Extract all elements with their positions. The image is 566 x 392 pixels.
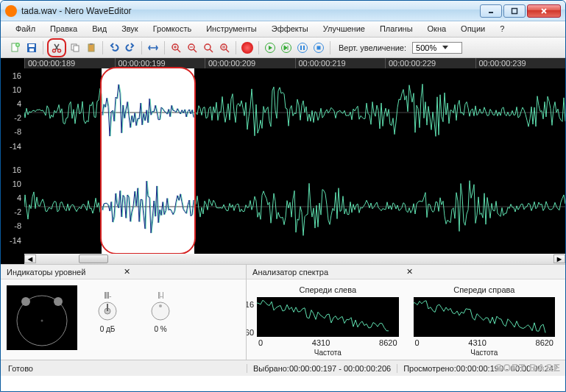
panel-header: Анализатор спектра ✕	[247, 265, 565, 279]
panel-close-button[interactable]: ✕	[122, 267, 241, 277]
paste-button[interactable]	[84, 40, 99, 55]
svg-rect-22	[317, 46, 321, 49]
ruler-tick: 00:00:00:219	[295, 58, 386, 68]
svg-rect-17	[222, 46, 225, 49]
panel-title: Индикаторы уровней	[7, 268, 122, 277]
menu-effects[interactable]: Эффекты	[264, 21, 316, 37]
zoom-selection-button[interactable]	[217, 40, 232, 55]
menu-bar: Файл Правка Вид Звук Громкость Инструмен…	[1, 21, 565, 38]
panel-header: Индикаторы уровней ✕	[1, 265, 246, 279]
menu-enhance[interactable]: Улучшение	[316, 21, 372, 37]
svg-rect-6	[29, 49, 34, 51]
menu-options[interactable]: Опции	[453, 21, 492, 37]
svg-rect-10	[74, 46, 79, 51]
menu-volume[interactable]: Громкость	[146, 21, 199, 37]
new-file-button[interactable]	[8, 40, 23, 55]
undo-button[interactable]	[107, 40, 121, 55]
spectrum-analyzer-panel: Анализатор спектра ✕ Спереди слева -16-6…	[247, 265, 565, 360]
minimize-button[interactable]	[480, 4, 502, 18]
svg-rect-11	[88, 44, 94, 51]
titlebar: tada.wav - Nero WaveEditor	[1, 1, 565, 21]
zoom-in-button[interactable]	[169, 40, 183, 55]
window-title: tada.wav - Nero WaveEditor	[21, 6, 480, 16]
maximize-button[interactable]	[503, 4, 526, 18]
svg-rect-12	[90, 43, 93, 45]
ruler-tick: 00:00:00:189	[24, 58, 115, 68]
save-button[interactable]	[24, 40, 39, 55]
menu-windows[interactable]: Окна	[420, 21, 454, 37]
svg-rect-1	[512, 8, 517, 13]
menu-view[interactable]: Вид	[85, 21, 114, 37]
waveform-left	[24, 68, 565, 157]
svg-point-28	[41, 320, 43, 322]
record-button[interactable]	[240, 40, 255, 55]
svg-point-8	[58, 49, 61, 52]
copy-button[interactable]	[68, 40, 82, 55]
status-viewed: Просмотрено:00:00:00:190 - 00:00:00:242	[397, 364, 558, 373]
waveform-right	[24, 163, 565, 251]
svg-rect-5	[29, 44, 35, 47]
vert-zoom-label: Верт. увеличение:	[339, 43, 406, 52]
horizontal-scrollbar[interactable]: ◄ ►	[24, 254, 565, 264]
vert-zoom-value: 500%	[416, 43, 436, 52]
app-icon	[5, 5, 17, 17]
ruler-tick: 00:00:00:229	[385, 58, 475, 68]
svg-point-33	[159, 304, 162, 307]
zoom-fit-button[interactable]	[201, 40, 216, 55]
cut-button-highlighted	[47, 38, 66, 57]
menu-file[interactable]: Файл	[8, 21, 43, 37]
svg-point-26	[21, 297, 30, 306]
menu-plugins[interactable]: Плагины	[372, 21, 420, 37]
menu-sound[interactable]: Звук	[114, 21, 146, 37]
svg-point-15	[205, 44, 211, 50]
play-loop-button[interactable]	[279, 40, 294, 55]
scroll-left-button[interactable]: ◄	[24, 254, 36, 263]
fit-width-button[interactable]	[146, 40, 160, 55]
status-ready: Готово	[8, 364, 33, 373]
status-selection: Выбрано:00:00:00:197 - 00:00:00:206	[247, 364, 391, 373]
level-scope	[7, 285, 77, 350]
knob-label: 0 %	[154, 325, 166, 333]
menu-help[interactable]: ?	[492, 21, 512, 37]
knob-label: 0 дБ	[100, 325, 116, 333]
time-ruler[interactable]: 00:00:00:189 00:00:00:199 00:00:00:209 0…	[24, 58, 565, 68]
menu-tools[interactable]: Инструменты	[199, 21, 264, 37]
channel-left: 16 10 4 -2 -8 -14	[1, 68, 565, 157]
gain-knob[interactable]: |||||.. 0 дБ	[96, 291, 118, 333]
chevron-down-icon	[442, 46, 448, 50]
status-bar: Готово Выбрано:00:00:00:197 - 00:00:00:2…	[1, 360, 565, 376]
svg-point-7	[53, 49, 56, 52]
spectrum-right: Спереди справа 043108620 Частота	[414, 285, 555, 357]
redo-button[interactable]	[123, 40, 138, 55]
ruler-tick: 00:00:00:199	[115, 58, 205, 68]
scroll-thumb[interactable]	[79, 254, 108, 263]
scroll-right-button[interactable]: ►	[553, 254, 565, 263]
level-indicators-panel: Индикаторы уровней ✕ |||||.. 0 дБ ||..| …	[1, 265, 247, 360]
scroll-track[interactable]	[36, 254, 553, 263]
y-axis: 16 10 4 -2 -8 -14	[1, 163, 23, 251]
ruler-tick: 00:00:00:209	[205, 58, 295, 68]
vert-zoom-select[interactable]: 500%	[412, 42, 462, 54]
svg-point-20	[298, 43, 308, 52]
pause-button[interactable]	[295, 40, 310, 55]
bottom-panels: Индикаторы уровней ✕ |||||.. 0 дБ ||..| …	[1, 264, 565, 360]
toolbar: Верт. увеличение: 500%	[1, 38, 565, 58]
waveform-view[interactable]: 00:00:00:189 00:00:00:199 00:00:00:209 0…	[1, 58, 565, 264]
play-button[interactable]	[263, 40, 277, 55]
channel-right: 16 10 4 -2 -8 -14	[1, 163, 565, 251]
y-axis: 16 10 4 -2 -8 -14	[1, 68, 23, 157]
ruler-tick: 00:00:00:239	[475, 58, 566, 68]
zoom-out-button[interactable]	[185, 40, 199, 55]
panel-title: Анализатор спектра	[252, 268, 404, 277]
cut-button[interactable]	[49, 40, 64, 55]
panel-close-button[interactable]: ✕	[405, 267, 559, 277]
svg-point-27	[54, 297, 63, 306]
stop-button[interactable]	[311, 40, 326, 55]
spectrum-left: Спереди слева -16-60 043108620 Частота	[257, 285, 398, 357]
menu-edit[interactable]: Правка	[43, 21, 85, 37]
close-button[interactable]	[527, 4, 561, 18]
pan-knob[interactable]: ||..| 0 %	[149, 291, 171, 333]
